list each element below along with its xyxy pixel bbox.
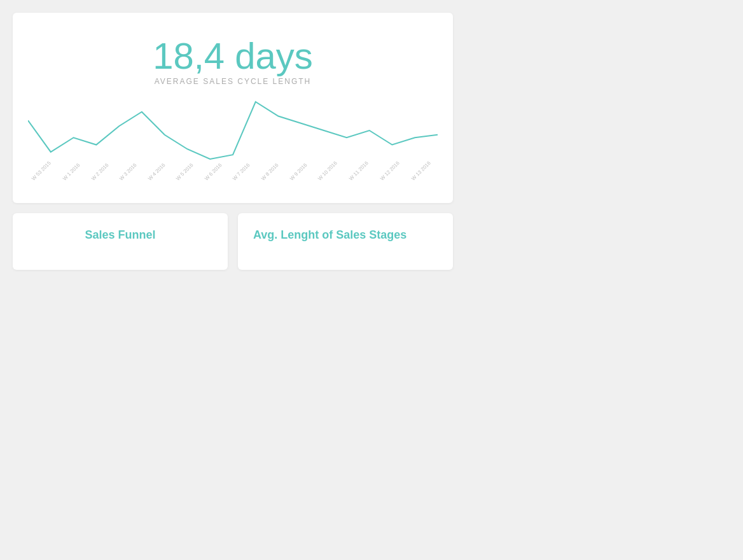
dashboard: 18,4 days AVERAGE SALES CYCLE LENGTH W 5… <box>13 13 730 270</box>
avg-cycle-subtitle: AVERAGE SALES CYCLE LENGTH <box>28 77 438 86</box>
avg-length-title: Avg. Lenght of Sales Stages <box>253 228 438 242</box>
avg-cycle-value: 18,4 days <box>28 34 438 77</box>
managers-column <box>463 13 730 270</box>
sales-funnel-card: Sales Funnel <box>13 213 228 270</box>
avg-cycle-chart: W 53 2015 W 1 2016 W 2 2016 W 3 2016 W 4… <box>28 99 438 188</box>
avg-cycle-svg <box>28 99 438 175</box>
avg-length-card: Avg. Lenght of Sales Stages <box>238 213 453 270</box>
funnel-title: Sales Funnel <box>28 228 212 242</box>
bottom-left: Sales Funnel Avg. Lenght of Sales Stages <box>13 213 453 270</box>
avg-cycle-card: 18,4 days AVERAGE SALES CYCLE LENGTH W 5… <box>13 13 453 203</box>
